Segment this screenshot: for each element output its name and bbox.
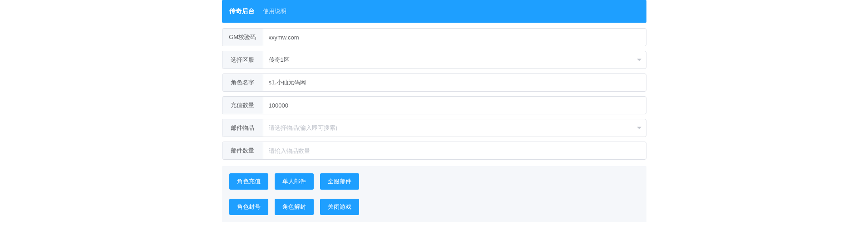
server-row: 选择区服 传奇1区 xyxy=(222,51,646,69)
mail-item-row: 邮件物品 请选择物品(输入即可搜索) xyxy=(222,119,646,137)
mail-item-select[interactable]: 请选择物品(输入即可搜索) xyxy=(263,119,646,137)
gm-code-input[interactable] xyxy=(263,29,646,46)
form-area: GM校验码 选择区服 传奇1区 角色名字 充值数量 邮件物品 xyxy=(222,23,646,222)
role-name-label: 角色名字 xyxy=(222,74,263,91)
instructions-link[interactable]: 使用说明 xyxy=(263,7,286,15)
close-game-button[interactable]: 关闭游戏 xyxy=(320,199,359,215)
ban-button[interactable]: 角色封号 xyxy=(229,199,268,215)
all-mail-button[interactable]: 全服邮件 xyxy=(320,173,359,190)
server-label: 选择区服 xyxy=(222,51,263,69)
recharge-amount-input[interactable] xyxy=(263,97,646,114)
gm-code-label: GM校验码 xyxy=(222,29,263,46)
page-header: 传奇后台 使用说明 xyxy=(222,0,646,23)
header-title: 传奇后台 xyxy=(229,7,255,15)
role-name-input[interactable] xyxy=(263,74,646,91)
chevron-down-icon xyxy=(637,59,641,61)
role-name-row: 角色名字 xyxy=(222,73,646,92)
mail-item-label: 邮件物品 xyxy=(222,119,263,137)
recharge-amount-row: 充值数量 xyxy=(222,96,646,114)
server-selected-value: 传奇1区 xyxy=(263,51,646,69)
recharge-amount-input-wrap xyxy=(263,97,646,114)
button-row-1: 角色充值 单人邮件 全服邮件 xyxy=(229,173,639,190)
button-row-2: 角色封号 角色解封 关闭游戏 xyxy=(229,199,639,215)
mail-quantity-input-wrap xyxy=(263,142,646,159)
mail-quantity-input[interactable] xyxy=(263,142,646,159)
mail-quantity-row: 邮件数量 xyxy=(222,142,646,160)
chevron-down-icon xyxy=(637,127,641,129)
unban-button[interactable]: 角色解封 xyxy=(275,199,314,215)
recharge-amount-label: 充值数量 xyxy=(222,97,263,114)
gm-code-input-wrap xyxy=(263,29,646,46)
mail-quantity-label: 邮件数量 xyxy=(222,142,263,159)
button-area: 角色充值 单人邮件 全服邮件 角色封号 角色解封 关闭游戏 xyxy=(222,166,646,222)
recharge-button[interactable]: 角色充值 xyxy=(229,173,268,190)
gm-code-row: GM校验码 xyxy=(222,28,646,46)
role-name-input-wrap xyxy=(263,74,646,91)
mail-item-placeholder: 请选择物品(输入即可搜索) xyxy=(263,119,646,137)
single-mail-button[interactable]: 单人邮件 xyxy=(275,173,314,190)
server-select[interactable]: 传奇1区 xyxy=(263,51,646,69)
